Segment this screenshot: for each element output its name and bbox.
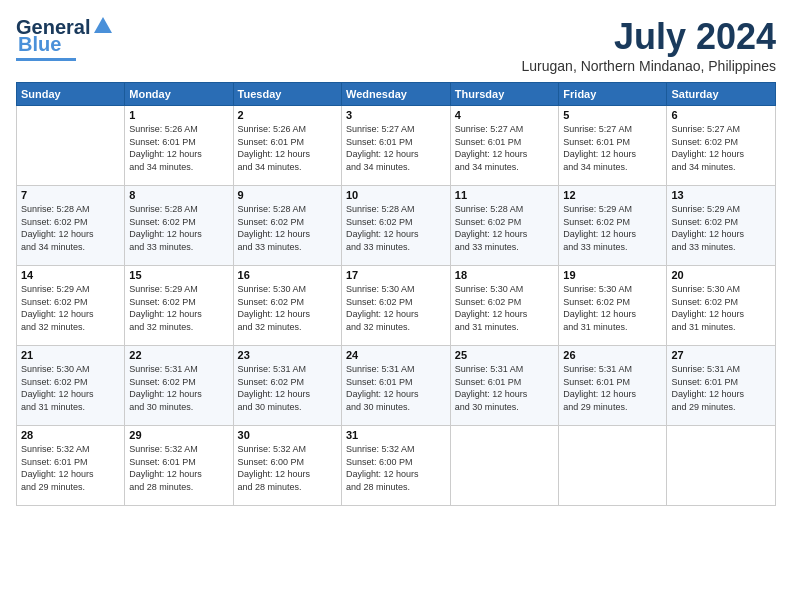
day-info: Sunrise: 5:32 AM Sunset: 6:00 PM Dayligh… (238, 443, 337, 493)
day-number: 17 (346, 269, 446, 281)
calendar-cell (450, 426, 559, 506)
day-info: Sunrise: 5:26 AM Sunset: 6:01 PM Dayligh… (238, 123, 337, 173)
logo-text-blue: Blue (18, 33, 61, 56)
day-info: Sunrise: 5:26 AM Sunset: 6:01 PM Dayligh… (129, 123, 228, 173)
day-number: 23 (238, 349, 337, 361)
week-row-3: 14Sunrise: 5:29 AM Sunset: 6:02 PM Dayli… (17, 266, 776, 346)
day-info: Sunrise: 5:30 AM Sunset: 6:02 PM Dayligh… (563, 283, 662, 333)
week-row-2: 7Sunrise: 5:28 AM Sunset: 6:02 PM Daylig… (17, 186, 776, 266)
day-info: Sunrise: 5:31 AM Sunset: 6:02 PM Dayligh… (129, 363, 228, 413)
day-number: 11 (455, 189, 555, 201)
day-info: Sunrise: 5:27 AM Sunset: 6:01 PM Dayligh… (455, 123, 555, 173)
day-number: 3 (346, 109, 446, 121)
day-info: Sunrise: 5:30 AM Sunset: 6:02 PM Dayligh… (346, 283, 446, 333)
day-info: Sunrise: 5:28 AM Sunset: 6:02 PM Dayligh… (21, 203, 120, 253)
calendar-cell: 19Sunrise: 5:30 AM Sunset: 6:02 PM Dayli… (559, 266, 667, 346)
week-row-5: 28Sunrise: 5:32 AM Sunset: 6:01 PM Dayli… (17, 426, 776, 506)
day-number: 8 (129, 189, 228, 201)
day-number: 14 (21, 269, 120, 281)
day-number: 9 (238, 189, 337, 201)
calendar-cell: 24Sunrise: 5:31 AM Sunset: 6:01 PM Dayli… (341, 346, 450, 426)
calendar-cell (17, 106, 125, 186)
day-info: Sunrise: 5:29 AM Sunset: 6:02 PM Dayligh… (129, 283, 228, 333)
calendar-cell: 15Sunrise: 5:29 AM Sunset: 6:02 PM Dayli… (125, 266, 233, 346)
day-number: 6 (671, 109, 771, 121)
calendar-cell: 7Sunrise: 5:28 AM Sunset: 6:02 PM Daylig… (17, 186, 125, 266)
col-header-tuesday: Tuesday (233, 83, 341, 106)
calendar-cell: 6Sunrise: 5:27 AM Sunset: 6:02 PM Daylig… (667, 106, 776, 186)
calendar-cell: 4Sunrise: 5:27 AM Sunset: 6:01 PM Daylig… (450, 106, 559, 186)
day-info: Sunrise: 5:27 AM Sunset: 6:01 PM Dayligh… (563, 123, 662, 173)
calendar-cell: 14Sunrise: 5:29 AM Sunset: 6:02 PM Dayli… (17, 266, 125, 346)
header-row: SundayMondayTuesdayWednesdayThursdayFrid… (17, 83, 776, 106)
calendar-cell: 28Sunrise: 5:32 AM Sunset: 6:01 PM Dayli… (17, 426, 125, 506)
calendar-cell: 10Sunrise: 5:28 AM Sunset: 6:02 PM Dayli… (341, 186, 450, 266)
calendar-cell: 22Sunrise: 5:31 AM Sunset: 6:02 PM Dayli… (125, 346, 233, 426)
day-info: Sunrise: 5:32 AM Sunset: 6:01 PM Dayligh… (21, 443, 120, 493)
day-info: Sunrise: 5:32 AM Sunset: 6:00 PM Dayligh… (346, 443, 446, 493)
calendar-cell: 29Sunrise: 5:32 AM Sunset: 6:01 PM Dayli… (125, 426, 233, 506)
day-number: 20 (671, 269, 771, 281)
day-info: Sunrise: 5:31 AM Sunset: 6:01 PM Dayligh… (455, 363, 555, 413)
calendar-cell: 21Sunrise: 5:30 AM Sunset: 6:02 PM Dayli… (17, 346, 125, 426)
day-number: 27 (671, 349, 771, 361)
day-number: 31 (346, 429, 446, 441)
day-number: 12 (563, 189, 662, 201)
day-info: Sunrise: 5:27 AM Sunset: 6:02 PM Dayligh… (671, 123, 771, 173)
calendar-cell: 8Sunrise: 5:28 AM Sunset: 6:02 PM Daylig… (125, 186, 233, 266)
day-number: 2 (238, 109, 337, 121)
calendar-cell: 23Sunrise: 5:31 AM Sunset: 6:02 PM Dayli… (233, 346, 341, 426)
day-number: 26 (563, 349, 662, 361)
calendar-cell: 27Sunrise: 5:31 AM Sunset: 6:01 PM Dayli… (667, 346, 776, 426)
day-number: 13 (671, 189, 771, 201)
svg-marker-0 (94, 17, 112, 33)
logo-underline (16, 58, 76, 61)
calendar-table: SundayMondayTuesdayWednesdayThursdayFrid… (16, 82, 776, 506)
day-info: Sunrise: 5:31 AM Sunset: 6:01 PM Dayligh… (671, 363, 771, 413)
col-header-thursday: Thursday (450, 83, 559, 106)
logo: General Blue (16, 16, 114, 61)
day-number: 16 (238, 269, 337, 281)
calendar-cell: 5Sunrise: 5:27 AM Sunset: 6:01 PM Daylig… (559, 106, 667, 186)
day-info: Sunrise: 5:28 AM Sunset: 6:02 PM Dayligh… (346, 203, 446, 253)
day-number: 22 (129, 349, 228, 361)
calendar-cell: 3Sunrise: 5:27 AM Sunset: 6:01 PM Daylig… (341, 106, 450, 186)
calendar-cell: 20Sunrise: 5:30 AM Sunset: 6:02 PM Dayli… (667, 266, 776, 346)
week-row-4: 21Sunrise: 5:30 AM Sunset: 6:02 PM Dayli… (17, 346, 776, 426)
calendar-cell: 25Sunrise: 5:31 AM Sunset: 6:01 PM Dayli… (450, 346, 559, 426)
calendar-cell: 13Sunrise: 5:29 AM Sunset: 6:02 PM Dayli… (667, 186, 776, 266)
day-number: 30 (238, 429, 337, 441)
day-number: 7 (21, 189, 120, 201)
day-info: Sunrise: 5:28 AM Sunset: 6:02 PM Dayligh… (455, 203, 555, 253)
day-number: 10 (346, 189, 446, 201)
calendar-cell: 16Sunrise: 5:30 AM Sunset: 6:02 PM Dayli… (233, 266, 341, 346)
day-info: Sunrise: 5:29 AM Sunset: 6:02 PM Dayligh… (563, 203, 662, 253)
day-number: 29 (129, 429, 228, 441)
title-section: July 2024 Lurugan, Northern Mindanao, Ph… (522, 16, 777, 74)
day-info: Sunrise: 5:31 AM Sunset: 6:01 PM Dayligh… (346, 363, 446, 413)
calendar-cell: 30Sunrise: 5:32 AM Sunset: 6:00 PM Dayli… (233, 426, 341, 506)
day-info: Sunrise: 5:30 AM Sunset: 6:02 PM Dayligh… (671, 283, 771, 333)
day-number: 25 (455, 349, 555, 361)
calendar-cell: 11Sunrise: 5:28 AM Sunset: 6:02 PM Dayli… (450, 186, 559, 266)
calendar-cell: 9Sunrise: 5:28 AM Sunset: 6:02 PM Daylig… (233, 186, 341, 266)
day-info: Sunrise: 5:30 AM Sunset: 6:02 PM Dayligh… (21, 363, 120, 413)
col-header-friday: Friday (559, 83, 667, 106)
calendar-cell (559, 426, 667, 506)
calendar-cell (667, 426, 776, 506)
day-number: 19 (563, 269, 662, 281)
day-number: 28 (21, 429, 120, 441)
logo-icon (92, 15, 114, 37)
day-info: Sunrise: 5:30 AM Sunset: 6:02 PM Dayligh… (455, 283, 555, 333)
day-number: 4 (455, 109, 555, 121)
day-info: Sunrise: 5:29 AM Sunset: 6:02 PM Dayligh… (21, 283, 120, 333)
page-header: General Blue July 2024 Lurugan, Northern… (16, 16, 776, 74)
calendar-cell: 18Sunrise: 5:30 AM Sunset: 6:02 PM Dayli… (450, 266, 559, 346)
calendar-cell: 2Sunrise: 5:26 AM Sunset: 6:01 PM Daylig… (233, 106, 341, 186)
calendar-cell: 31Sunrise: 5:32 AM Sunset: 6:00 PM Dayli… (341, 426, 450, 506)
day-info: Sunrise: 5:29 AM Sunset: 6:02 PM Dayligh… (671, 203, 771, 253)
week-row-1: 1Sunrise: 5:26 AM Sunset: 6:01 PM Daylig… (17, 106, 776, 186)
day-number: 24 (346, 349, 446, 361)
col-header-wednesday: Wednesday (341, 83, 450, 106)
day-number: 21 (21, 349, 120, 361)
